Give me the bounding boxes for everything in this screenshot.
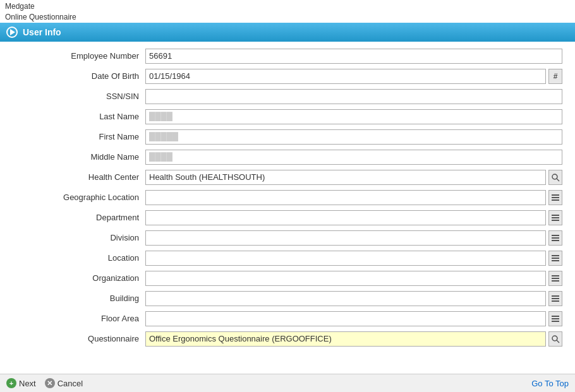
row-ssn-sin: SSN/SIN bbox=[13, 88, 562, 105]
cancel-button[interactable]: ✕ Cancel bbox=[45, 378, 83, 388]
label-building: Building bbox=[13, 294, 145, 303]
app-title-bar: Medgate Online Questionnaire bbox=[0, 0, 575, 23]
svg-line-1 bbox=[557, 179, 559, 181]
list-icon bbox=[550, 274, 560, 283]
label-health-center: Health Center bbox=[13, 172, 145, 182]
label-first-name: First Name bbox=[13, 132, 145, 141]
input-department[interactable] bbox=[145, 210, 546, 225]
label-geographic-location: Geographic Location bbox=[13, 193, 145, 202]
input-questionnaire[interactable] bbox=[145, 331, 546, 347]
go-to-top-label: Go To Top bbox=[531, 379, 569, 388]
svg-point-2 bbox=[552, 336, 557, 341]
list-icon bbox=[550, 294, 560, 303]
input-date-of-birth[interactable] bbox=[145, 69, 546, 84]
input-first-name[interactable] bbox=[145, 129, 562, 145]
input-middle-name[interactable] bbox=[145, 150, 562, 165]
app-subtitle: Online Questionnaire bbox=[5, 12, 570, 23]
footer-left-actions: + Next ✕ Cancel bbox=[6, 378, 83, 388]
row-date-of-birth: Date Of Birth # bbox=[13, 68, 562, 85]
label-organization: Organization bbox=[13, 273, 145, 283]
row-location: Location bbox=[13, 250, 562, 266]
svg-point-0 bbox=[552, 174, 557, 179]
questionnaire-search-button[interactable] bbox=[548, 331, 562, 347]
division-list-button[interactable] bbox=[548, 230, 562, 246]
search-icon bbox=[551, 173, 560, 182]
cancel-circle-icon: ✕ bbox=[45, 378, 55, 388]
search-icon bbox=[551, 335, 560, 343]
organization-input-wrapper bbox=[145, 271, 562, 286]
label-floor-area: Floor Area bbox=[13, 314, 145, 323]
health-center-search-button[interactable] bbox=[548, 170, 562, 185]
row-division: Division bbox=[13, 230, 562, 246]
row-last-name: Last Name bbox=[13, 109, 562, 125]
input-floor-area[interactable] bbox=[145, 311, 546, 326]
questionnaire-input-wrapper bbox=[145, 331, 562, 347]
play-icon bbox=[6, 27, 18, 38]
organization-list-button[interactable] bbox=[548, 271, 562, 286]
row-questionnaire: Questionnaire bbox=[13, 331, 562, 347]
input-building[interactable] bbox=[145, 291, 546, 306]
health-center-input-wrapper bbox=[145, 170, 562, 185]
list-icon bbox=[550, 193, 560, 202]
list-icon bbox=[550, 254, 560, 263]
list-icon bbox=[550, 234, 560, 242]
label-last-name: Last Name bbox=[13, 112, 145, 121]
calendar-icon-button[interactable]: # bbox=[548, 69, 562, 84]
section-header: User Info bbox=[0, 23, 575, 42]
input-geographic-location[interactable] bbox=[145, 190, 546, 205]
row-department: Department bbox=[13, 210, 562, 226]
label-ssn-sin: SSN/SIN bbox=[13, 92, 145, 101]
label-location: Location bbox=[13, 253, 145, 263]
next-button[interactable]: + Next bbox=[6, 378, 36, 388]
floor-area-list-button[interactable] bbox=[548, 311, 562, 326]
section-title: User Info bbox=[23, 27, 61, 37]
label-questionnaire: Questionnaire bbox=[13, 334, 145, 343]
row-health-center: Health Center bbox=[13, 169, 562, 186]
label-middle-name: Middle Name bbox=[13, 152, 145, 162]
location-input-wrapper bbox=[145, 251, 562, 266]
geo-location-input-wrapper bbox=[145, 190, 562, 205]
input-division[interactable] bbox=[145, 230, 546, 246]
label-department: Department bbox=[13, 213, 145, 222]
go-to-top-link[interactable]: Go To Top bbox=[531, 379, 569, 388]
input-health-center[interactable] bbox=[145, 170, 546, 185]
svg-line-3 bbox=[557, 340, 559, 343]
list-icon bbox=[550, 213, 560, 222]
building-input-wrapper bbox=[145, 291, 562, 306]
division-input-wrapper bbox=[145, 230, 562, 246]
label-date-of-birth: Date Of Birth bbox=[13, 71, 145, 81]
label-division: Division bbox=[13, 233, 145, 242]
row-organization: Organization bbox=[13, 270, 562, 287]
cancel-label: Cancel bbox=[58, 379, 83, 388]
department-input-wrapper bbox=[145, 210, 562, 225]
dob-input-wrapper: # bbox=[145, 69, 562, 84]
row-floor-area: Floor Area bbox=[13, 311, 562, 327]
form-container: Employee Number Date Of Birth # SSN/SIN … bbox=[0, 42, 575, 357]
floor-area-input-wrapper bbox=[145, 311, 562, 326]
row-geographic-location: Geographic Location bbox=[13, 189, 562, 206]
row-employee-number: Employee Number bbox=[13, 48, 562, 64]
row-first-name: First Name bbox=[13, 129, 562, 145]
location-list-button[interactable] bbox=[548, 251, 562, 266]
input-last-name[interactable] bbox=[145, 109, 562, 124]
app-name: Medgate bbox=[5, 1, 570, 12]
input-employee-number[interactable] bbox=[145, 49, 562, 64]
list-icon bbox=[550, 314, 560, 323]
row-building: Building bbox=[13, 290, 562, 307]
calendar-icon: # bbox=[554, 72, 558, 81]
building-list-button[interactable] bbox=[548, 291, 562, 306]
input-ssn-sin[interactable] bbox=[145, 89, 562, 104]
input-location[interactable] bbox=[145, 251, 546, 266]
label-employee-number: Employee Number bbox=[13, 51, 145, 61]
next-circle-icon: + bbox=[6, 378, 16, 388]
geographic-location-list-button[interactable] bbox=[548, 190, 562, 205]
input-organization[interactable] bbox=[145, 271, 546, 286]
footer: + Next ✕ Cancel Go To Top bbox=[0, 374, 575, 392]
row-middle-name: Middle Name bbox=[13, 149, 562, 165]
department-list-button[interactable] bbox=[548, 210, 562, 225]
next-label: Next bbox=[19, 379, 36, 388]
